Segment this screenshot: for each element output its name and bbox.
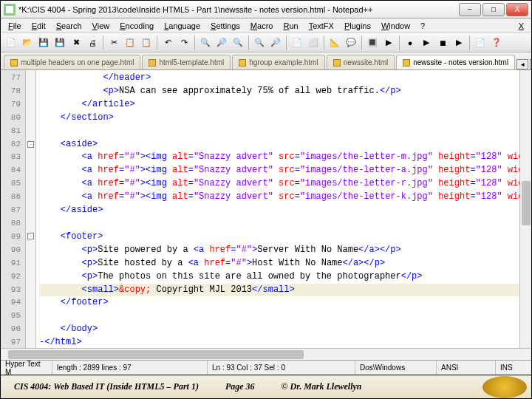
toolbar-button[interactable]: 💬 xyxy=(344,35,358,50)
tab-1[interactable]: html5-template.html xyxy=(142,55,231,69)
toolbar-button[interactable]: ↶ xyxy=(160,35,175,50)
menu-edit[interactable]: Edit xyxy=(27,20,50,32)
status-eol: Dos\Windows xyxy=(355,361,437,375)
toolbar-button[interactable]: 📋 xyxy=(123,35,137,50)
status-mode: INS xyxy=(496,361,531,375)
close-button[interactable]: X xyxy=(506,3,528,16)
toolbar-button[interactable]: 📂 xyxy=(20,35,35,50)
menu-close-icon[interactable]: X xyxy=(514,21,528,30)
tab-nav-arrow[interactable]: ◄ xyxy=(516,59,528,69)
status-length: length : 2899 lines : 97 xyxy=(52,361,208,375)
footer-page: Page 36 xyxy=(212,381,268,392)
menu-?[interactable]: ? xyxy=(416,20,429,32)
tab-2[interactable]: hgroup example.html xyxy=(232,55,324,69)
scroll-thumb[interactable] xyxy=(522,181,531,225)
toolbar-button[interactable]: ⏹ xyxy=(435,35,450,50)
app-icon xyxy=(4,4,16,16)
fold-toggle[interactable]: - xyxy=(27,141,34,148)
scrollbar-vertical[interactable] xyxy=(519,70,531,348)
menu-settings[interactable]: Settings xyxy=(206,20,245,32)
menu-encoding[interactable]: Encoding xyxy=(115,20,158,32)
toolbar-button[interactable]: ▶ xyxy=(419,35,434,50)
tabstrip: multiple headers on one page.htmlhtml5-t… xyxy=(1,52,531,70)
fold-toggle[interactable]: - xyxy=(27,233,34,239)
toolbar-button[interactable]: 📄 xyxy=(290,35,304,50)
svg-rect-1 xyxy=(6,6,13,13)
menu-window[interactable]: Window xyxy=(377,20,415,32)
toolbar-button[interactable]: 📄 xyxy=(473,35,488,50)
file-icon xyxy=(10,59,18,66)
toolbar-button[interactable]: ▶ xyxy=(381,35,396,50)
footer-author: © Dr. Mark Llewellyn xyxy=(268,381,375,392)
toolbar-button[interactable]: ⬜ xyxy=(306,35,321,50)
toolbar: 📄📂💾💾✖🖨✂📋📋↶↷🔍🔎🔍🔍🔎📄⬜📐💬🔳▶●▶⏹▶📄❓ xyxy=(1,33,531,52)
maximize-button[interactable]: □ xyxy=(482,3,505,16)
menu-language[interactable]: Language xyxy=(160,20,205,32)
file-icon xyxy=(333,59,341,66)
tab-label: newssite - notes version.html xyxy=(413,58,508,66)
tab-label: newssite.html xyxy=(344,58,389,66)
file-icon xyxy=(239,59,246,66)
menu-textfx[interactable]: TextFX xyxy=(304,20,338,32)
toolbar-button[interactable]: 🔍 xyxy=(198,35,213,50)
toolbar-button[interactable]: 🖨 xyxy=(85,35,100,50)
window-title: *K:\CIS 4004 - Spring 2013\code\Inside H… xyxy=(18,5,459,14)
menu-run[interactable]: Run xyxy=(279,20,302,32)
menu-macro[interactable]: Macro xyxy=(246,20,278,32)
status-encoding: ANSI xyxy=(437,361,496,375)
toolbar-button[interactable]: 🔎 xyxy=(214,35,229,50)
toolbar-button[interactable]: ✖ xyxy=(69,35,83,50)
tab-3[interactable]: newssite.html xyxy=(327,55,395,69)
toolbar-button[interactable]: 📄 xyxy=(4,35,18,50)
tab-label: html5-template.html xyxy=(159,58,224,66)
toolbar-button[interactable]: 📋 xyxy=(139,35,154,50)
toolbar-button[interactable]: ▶ xyxy=(451,35,466,50)
minimize-button[interactable]: − xyxy=(459,3,481,16)
scrollbar-horizontal[interactable] xyxy=(1,348,531,360)
statusbar: Hyper Text M length : 2899 lines : 97 Ln… xyxy=(1,360,531,375)
editor[interactable]: 7778798081828384858687888990919293949596… xyxy=(1,70,531,348)
toolbar-button[interactable]: 🔍 xyxy=(252,35,267,50)
tab-4[interactable]: newssite - notes version.html xyxy=(396,55,515,69)
titlebar: *K:\CIS 4004 - Spring 2013\code\Inside H… xyxy=(1,1,531,18)
toolbar-button[interactable]: 🔎 xyxy=(268,35,283,50)
status-position: Ln : 93 Col : 37 Sel : 0 xyxy=(208,361,355,375)
toolbar-button[interactable]: 🔳 xyxy=(365,35,380,50)
fold-margin[interactable]: - - xyxy=(26,70,36,348)
menu-search[interactable]: Search xyxy=(52,20,86,32)
footer-course: CIS 4004: Web Based IT (Inside HTML5 – P… xyxy=(1,381,212,392)
toolbar-button[interactable]: ✂ xyxy=(106,35,121,50)
menu-view[interactable]: View xyxy=(88,20,115,32)
menu-plugins[interactable]: Plugins xyxy=(340,20,375,32)
toolbar-button[interactable]: 💾 xyxy=(52,35,67,50)
slide-footer: CIS 4004: Web Based IT (Inside HTML5 – P… xyxy=(1,375,531,398)
tab-label: multiple headers on one page.html xyxy=(21,58,134,66)
file-icon xyxy=(403,59,410,66)
toolbar-button[interactable]: ❓ xyxy=(489,35,504,50)
menubar: FileEditSearchViewEncodingLanguageSettin… xyxy=(1,18,531,33)
tab-0[interactable]: multiple headers on one page.html xyxy=(4,55,140,69)
file-icon xyxy=(149,59,156,66)
toolbar-button[interactable]: ● xyxy=(403,35,417,50)
scroll-thumb[interactable] xyxy=(8,350,304,359)
university-logo-icon xyxy=(482,376,527,398)
menu-file[interactable]: File xyxy=(4,20,26,32)
toolbar-button[interactable]: 💾 xyxy=(36,35,51,50)
status-language: Hyper Text M xyxy=(1,361,52,375)
code-area[interactable]: </header> <p>NSA can see approximately 7… xyxy=(36,70,531,348)
toolbar-button[interactable]: ↷ xyxy=(177,35,191,50)
line-gutter: 7778798081828384858687888990919293949596… xyxy=(1,70,26,348)
tab-label: hgroup example.html xyxy=(249,58,318,66)
tab-nav-arrow[interactable]: ► xyxy=(530,59,531,69)
toolbar-button[interactable]: 📐 xyxy=(327,35,342,50)
toolbar-button[interactable]: 🔍 xyxy=(231,35,245,50)
